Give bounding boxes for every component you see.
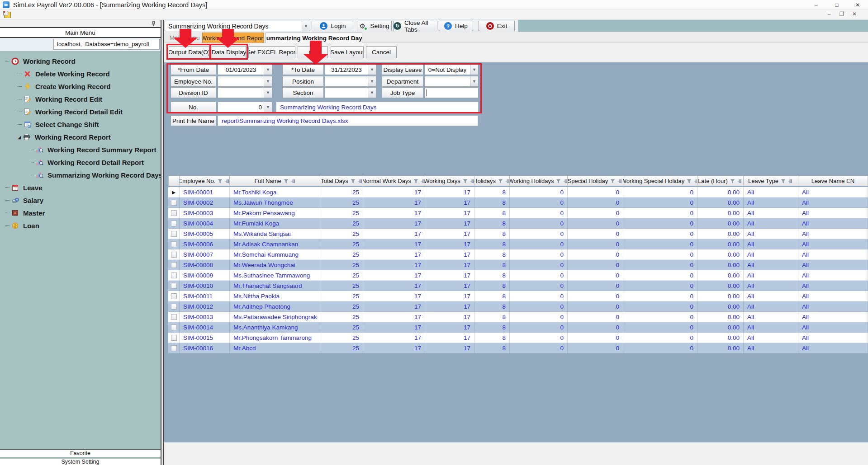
row-selector[interactable]: [168, 291, 180, 301]
row-selector-box[interactable]: [171, 335, 177, 341]
filter-funnel-icon[interactable]: [413, 179, 418, 183]
sidebar-item-loan[interactable]: Loan: [0, 219, 161, 232]
sidebar-item-working-record-summary-report[interactable]: Working Record Summary Report: [0, 143, 161, 156]
minimize-button[interactable]: –: [806, 0, 826, 10]
column-header-working_holidays[interactable]: Working Holidays: [510, 176, 568, 186]
help-button[interactable]: ?Help: [439, 21, 473, 31]
row-selector[interactable]: [168, 312, 180, 322]
pin-icon[interactable]: [470, 179, 474, 183]
to-date-field[interactable]: 31/12/2023▼: [325, 64, 376, 75]
row-selector[interactable]: [168, 270, 180, 281]
chevron-down-icon[interactable]: ▼: [264, 88, 272, 98]
column-header-full_name[interactable]: Full Name: [230, 176, 321, 186]
sidebar-item-leave[interactable]: Leave: [0, 181, 161, 194]
close-all-tabs-button[interactable]: ↻Close All Tabs: [393, 21, 437, 31]
chevron-down-icon[interactable]: ▼: [470, 65, 478, 75]
setting-button[interactable]: ⚙Setting: [357, 21, 392, 31]
sidebar-splitter[interactable]: [161, 20, 164, 465]
row-selector-box[interactable]: [171, 200, 177, 206]
pin-icon[interactable]: [225, 179, 230, 183]
column-header-working_days[interactable]: Working Days: [425, 176, 474, 186]
table-row[interactable]: SIM-00002Ms.Jaiwun Thongmee25171780000.0…: [168, 197, 868, 208]
filter-funnel-icon[interactable]: [218, 179, 223, 183]
row-selector-box[interactable]: [171, 314, 177, 320]
filter-funnel-icon[interactable]: [687, 179, 692, 183]
table-row[interactable]: ▶SIM-00001Mr.Toshiki Koga25171780000.00A…: [168, 187, 868, 197]
maximize-button[interactable]: □: [826, 0, 847, 10]
favorite-bar[interactable]: Favorite: [0, 449, 161, 457]
row-selector-box[interactable]: [171, 272, 177, 278]
table-row[interactable]: SIM-00005Ms.Wikanda Sangsai25171780000.0…: [168, 229, 868, 239]
sidebar-item-master[interactable]: Master: [0, 207, 161, 219]
row-selector[interactable]: [168, 260, 180, 270]
row-selector-box[interactable]: [171, 210, 177, 216]
chevron-down-icon[interactable]: ▼: [264, 76, 272, 86]
save-layout-button[interactable]: Save Layout: [331, 46, 364, 58]
chevron-down-icon[interactable]: ▼: [470, 76, 478, 86]
screen-selector-combobox[interactable]: Summarizing Working Record Days ▼: [165, 21, 310, 31]
pin-icon[interactable]: [788, 179, 793, 183]
row-selector[interactable]: [168, 333, 180, 343]
table-row[interactable]: SIM-00004Mr.Fumiaki Koga25171780000.00Al…: [168, 218, 868, 229]
output-data-button[interactable]: Output Data(O): [169, 46, 209, 58]
column-header-working_special_holiday[interactable]: Working Special Holiday: [623, 176, 697, 186]
data-display-button[interactable]: Data Display: [212, 46, 246, 58]
table-row[interactable]: SIM-00014Ms.Ananthiya Kamkang25171780000…: [168, 322, 868, 333]
sidebar-item-working-record-detail-report[interactable]: Working Record Detail Report: [0, 156, 161, 169]
sidebar-item-select-change-shift[interactable]: Select Change Shift: [0, 118, 161, 131]
row-selector-box[interactable]: [171, 241, 177, 247]
mdi-restore-button[interactable]: ❐: [838, 11, 845, 17]
table-row[interactable]: SIM-00008Mr.Weerada Wongchai25171780000.…: [168, 260, 868, 270]
table-row[interactable]: SIM-00016Mr.Abcd25171780000.00AllAll: [168, 343, 868, 353]
column-header-leave_name_en[interactable]: Leave Name EN: [798, 176, 868, 186]
table-row[interactable]: SIM-00013Ms.Pattarawadee Siriphongrak251…: [168, 312, 868, 322]
employee-no-field[interactable]: ▼: [218, 76, 272, 87]
close-button[interactable]: ✕: [847, 0, 868, 10]
pin-icon[interactable]: [694, 179, 697, 183]
filter-funnel-icon[interactable]: [284, 179, 289, 183]
table-row[interactable]: SIM-00009Ms.Suthasinee Tammawong25171780…: [168, 270, 868, 281]
pin-icon[interactable]: [505, 179, 510, 183]
no-field[interactable]: 0▼: [218, 102, 272, 113]
column-header-leave_type[interactable]: Leave Type: [744, 176, 798, 186]
tab-main-menu[interactable]: Main Menu: [167, 33, 202, 43]
row-selector[interactable]: [168, 249, 180, 260]
chevron-down-icon[interactable]: ▼: [302, 21, 310, 31]
exit-button[interactable]: Exit: [479, 21, 515, 31]
from-date-field[interactable]: 01/01/2023▼: [218, 64, 272, 75]
row-selector[interactable]: [168, 197, 180, 208]
set-excel-report-button[interactable]: Set EXCEL Report: [248, 46, 295, 58]
row-selector[interactable]: [168, 322, 180, 333]
column-header-employee_no[interactable]: Employee No.: [180, 176, 230, 186]
row-selector-box[interactable]: [171, 231, 177, 237]
chevron-down-icon[interactable]: ▼: [264, 102, 272, 112]
table-row[interactable]: SIM-00003Mr.Pakorn Pensawang25171780000.…: [168, 208, 868, 218]
sidebar-item-working-record-report[interactable]: ◢Working Record Report: [0, 131, 161, 143]
division-id-field[interactable]: ▼: [218, 87, 272, 98]
chevron-down-icon[interactable]: ▼: [368, 76, 376, 86]
output-excel-button[interactable]: Ou: [298, 46, 328, 58]
row-selector-box[interactable]: [171, 221, 177, 226]
filter-funnel-icon[interactable]: [781, 179, 786, 183]
table-row[interactable]: SIM-00011Ms.Nittha Paokla25171780000.00A…: [168, 291, 868, 301]
table-row[interactable]: SIM-00015Mr.Phongsakorn Tammarong2517178…: [168, 333, 868, 343]
row-selector[interactable]: [168, 281, 180, 291]
section-field[interactable]: ▼: [325, 87, 376, 98]
sidebar-item-working-record-detail-edit[interactable]: Working Record Detail Edit: [0, 105, 161, 118]
pin-icon[interactable]: [737, 179, 743, 183]
pin-icon[interactable]: [358, 179, 363, 183]
row-selector[interactable]: [168, 343, 180, 353]
pin-icon[interactable]: [563, 179, 568, 183]
row-selector[interactable]: [168, 301, 180, 312]
tab-summarizing-working-record-days[interactable]: Summarizing Working Record Days: [266, 33, 362, 43]
column-header-total_days[interactable]: Total Days: [321, 176, 363, 186]
sidebar-item-salary[interactable]: Salary: [0, 194, 161, 207]
sidebar-item-create-working-record[interactable]: Create Working Record: [0, 80, 161, 93]
position-field[interactable]: ▼: [325, 76, 376, 87]
filter-funnel-icon[interactable]: [556, 179, 561, 183]
mdi-minimize-button[interactable]: –: [825, 11, 833, 17]
filter-funnel-icon[interactable]: [610, 179, 615, 183]
chevron-down-icon[interactable]: ▼: [368, 65, 376, 75]
column-header-holidays[interactable]: Holidays: [474, 176, 510, 186]
table-row[interactable]: SIM-00007Mr.Somchai Kummuang25171780000.…: [168, 249, 868, 260]
